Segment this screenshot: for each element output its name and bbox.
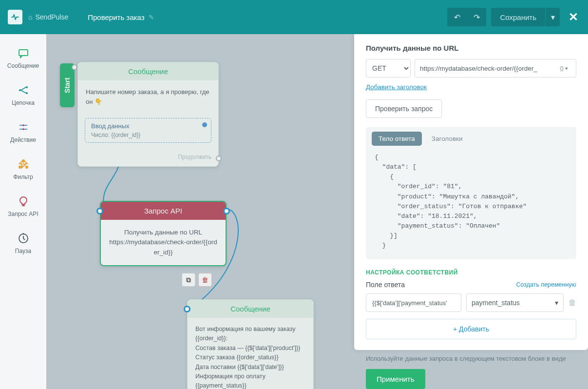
- message-node-1[interactable]: Сообщение Напишите номер заказа, а я про…: [77, 62, 219, 167]
- insert-var-button[interactable]: {} ▾: [557, 64, 571, 73]
- node-actions: ⧉ 🗑: [182, 273, 212, 287]
- port-out[interactable]: [223, 208, 230, 214]
- mapping-section-label: НАСТРОЙКА СООТВЕТСТВИЙ: [366, 269, 576, 276]
- port-out[interactable]: [72, 64, 77, 70]
- undo-button[interactable]: ↶: [447, 8, 467, 26]
- close-button[interactable]: ✕: [569, 10, 578, 24]
- node-body-text: Вот информация по вашему заказу {{order_…: [188, 318, 313, 389]
- topbar: SendPulse Проверить заказ ✎ ↶ ↷ Сохранит…: [0, 0, 588, 34]
- delete-mapping-button[interactable]: 🗑: [569, 298, 576, 307]
- api-subtitle: Получить данные по URL: [109, 228, 218, 237]
- add-header-link[interactable]: Добавить заголовок: [366, 83, 427, 91]
- node-header: Сообщение: [188, 300, 313, 318]
- logo: [8, 10, 22, 24]
- copy-node-button[interactable]: ⧉: [182, 273, 195, 287]
- port-in[interactable]: [96, 208, 103, 214]
- page-title: Проверить заказ: [88, 13, 144, 21]
- panel-title: Получить данные по URL: [366, 44, 576, 52]
- save-button[interactable]: Сохранить: [491, 8, 545, 26]
- node-body: Получить данные по URL https://mydatabas…: [101, 220, 226, 265]
- sidebar: Сообщение Цепочка Действие Фильтр Запрос…: [0, 34, 46, 389]
- node-footer: Продолжить: [78, 151, 218, 166]
- start-label: Start: [63, 78, 71, 93]
- filter-icon: [17, 158, 30, 171]
- input-chip-title: Ввод данных: [91, 122, 205, 130]
- svg-point-3: [26, 92, 28, 94]
- save-dropdown[interactable]: ▾: [545, 8, 560, 26]
- sidebar-item-label: Запрос API: [8, 211, 38, 217]
- pulse-icon: [11, 13, 19, 21]
- sidebar-item-api[interactable]: Запрос API: [3, 188, 43, 224]
- chevron-down-icon: ▾: [555, 299, 558, 307]
- port-dot[interactable]: [202, 122, 207, 127]
- url-text: https://mydatabase/check-order/{{order_: [420, 65, 537, 72]
- brand-name[interactable]: SendPulse: [28, 13, 68, 21]
- tab-response-headers[interactable]: Заголовки: [425, 132, 470, 146]
- hint-text: Используйте данные запроса в следующем т…: [366, 355, 576, 362]
- add-mapping-button[interactable]: + Добавить: [366, 319, 576, 339]
- node-header: Сообщение: [78, 62, 218, 80]
- mapping-path-input[interactable]: [366, 293, 461, 312]
- port-out[interactable]: [216, 156, 222, 161]
- api-icon: [17, 195, 30, 208]
- message-icon: [17, 47, 30, 59]
- message-node-2[interactable]: Сообщение Вот информация по вашему заказ…: [187, 299, 314, 389]
- sidebar-item-filter[interactable]: Фильтр: [3, 151, 43, 187]
- apply-button[interactable]: Применить: [366, 369, 425, 389]
- svg-point-6: [22, 159, 25, 162]
- svg-point-5: [22, 128, 24, 130]
- continue-label: Продолжить: [178, 154, 211, 160]
- node-header: Запрос API: [101, 202, 226, 220]
- start-node[interactable]: Start: [60, 63, 75, 107]
- node-body-text: Напишите номер заказа, а я проверю, где …: [78, 80, 218, 113]
- svg-rect-0: [19, 50, 28, 56]
- sidebar-item-label: Сообщение: [7, 62, 39, 69]
- svg-point-4: [22, 124, 24, 126]
- port-in[interactable]: [184, 306, 190, 312]
- svg-point-2: [26, 86, 28, 88]
- save-button-group: Сохранить ▾: [491, 8, 560, 26]
- url-input[interactable]: https://mydatabase/check-order/{{order_ …: [415, 59, 576, 78]
- undo-redo-group: ↶ ↷: [447, 8, 486, 26]
- response-json: { "data": [ { "order_id": "81", "product…: [366, 146, 576, 259]
- mapping-variable-select[interactable]: payment_status▾: [466, 293, 564, 312]
- properties-panel: Получить данные по URL GET https://mydat…: [354, 34, 588, 389]
- edit-title-icon[interactable]: ✎: [149, 14, 154, 21]
- sidebar-item-message[interactable]: Сообщение: [3, 40, 43, 76]
- response-box: Тело ответа Заголовки { "data": [ { "ord…: [366, 127, 576, 259]
- svg-point-1: [19, 89, 21, 91]
- pause-icon: [17, 232, 30, 245]
- sidebar-item-action[interactable]: Действие: [3, 114, 43, 150]
- sidebar-item-label: Фильтр: [13, 174, 33, 180]
- http-method-select[interactable]: GET: [366, 59, 411, 78]
- sidebar-item-pause[interactable]: Пауза: [3, 225, 43, 261]
- api-request-node[interactable]: Запрос API Получить данные по URL https:…: [100, 201, 227, 266]
- tab-response-body[interactable]: Тело ответа: [372, 132, 422, 146]
- input-chip-sub: Число: {{order_id}}: [91, 132, 205, 138]
- redo-button[interactable]: ↷: [467, 8, 486, 26]
- sidebar-item-label: Пауза: [15, 248, 31, 254]
- action-icon: [17, 121, 30, 134]
- sidebar-item-chain[interactable]: Цепочка: [3, 77, 43, 113]
- delete-node-button[interactable]: 🗑: [198, 273, 212, 287]
- api-url-text: https://mydatabase/check-order/{{order_i…: [109, 237, 218, 257]
- create-variable-link[interactable]: Создать переменную: [516, 281, 576, 288]
- sidebar-item-label: Цепочка: [12, 99, 35, 106]
- input-chip[interactable]: Ввод данных Число: {{order_id}}: [85, 118, 211, 143]
- chain-icon: [17, 84, 30, 97]
- sidebar-item-label: Действие: [10, 136, 36, 143]
- field-label: Поле ответа: [366, 281, 405, 289]
- test-request-button[interactable]: Проверить запрос: [366, 99, 442, 118]
